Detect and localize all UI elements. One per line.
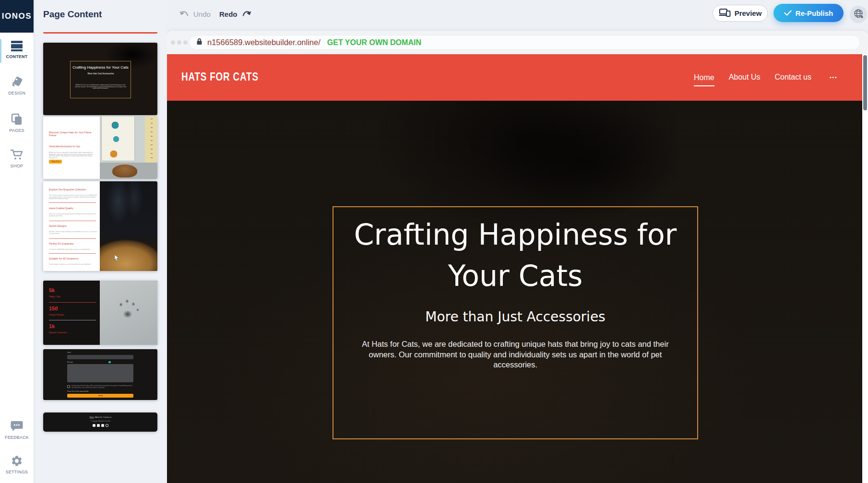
thumb-hero-subtitle: More than Just Accessories — [71, 72, 131, 75]
thumb-hero-title: Crafting Happiness for Your Cats — [71, 61, 131, 71]
thumb-shop-now-label: Shop Now — [49, 161, 62, 163]
check-icon — [784, 9, 792, 17]
site-logo[interactable]: HATS FOR CATS — [181, 71, 259, 83]
lock-icon — [196, 38, 202, 47]
thumb-streetfood-photo — [100, 117, 157, 179]
social-icon — [93, 424, 95, 427]
globe-icon — [853, 8, 864, 21]
sidebar-item-settings[interactable]: SETTINGS — [0, 455, 34, 474]
sidebar-item-shop[interactable]: SHOP — [0, 149, 34, 168]
cat-photo-graphic — [112, 165, 137, 177]
thumb-stat-label: Unique Designs — [49, 314, 96, 317]
ionos-website-builder: IONOS CONTENT DESIGN PAGES SHOP — [0, 0, 868, 483]
website-canvas: HATS FOR CATS Home About Us Contact us •… — [167, 54, 862, 483]
thumb-shop-now-button: Shop Now — [49, 160, 62, 164]
social-icon — [106, 424, 108, 427]
thumb-feature-heading: Explore Our Exquisite Collection — [49, 188, 99, 191]
site-nav: Home About Us Contact us ••• — [694, 54, 837, 101]
thumb-discover-heading-wrap: Discover Unique Hats for Your Feline Fri… — [49, 131, 96, 142]
devices-icon — [719, 9, 731, 18]
thumbnail-footer-section[interactable]: Home About Us Contact us © Copyright. Al… — [43, 412, 157, 432]
hero-subtitle: More than Just Accessories — [333, 309, 697, 325]
design-swatch-icon — [0, 76, 34, 88]
mouse-cursor — [114, 254, 119, 263]
thumb-cat-fur-photo — [100, 181, 157, 271]
chrome-dot — [177, 40, 181, 45]
thumbnail-features-section[interactable]: Explore Our Exquisite Collection Dive in… — [43, 181, 157, 271]
thumb-feature-body: Dive into our range of cat hats and acce… — [49, 194, 97, 200]
hero-body-text: At Hats for Cats, we are dedicated to cr… — [350, 339, 681, 370]
thumb-stat-value: 150 — [49, 306, 58, 311]
thumb-form-name-label: Name* — [67, 352, 133, 353]
thumb-feature-heading: Hand-Crafted Quality — [49, 207, 99, 210]
thumb-feature-heading: Stylish Designs — [49, 224, 99, 228]
thumb-stat-label: Repeat Customers — [49, 331, 96, 334]
thumb-stat-label: Happy Cats — [49, 295, 96, 298]
browser-chrome-bar: n1566589.websitebuilder.online/ GET YOUR… — [167, 31, 868, 54]
thumbnail-discover-section[interactable]: Discover Unique Hats for Your Feline Fri… — [43, 117, 157, 179]
nav-item-home[interactable]: Home — [694, 73, 714, 86]
thumb-required-note: Please fill in all the required fields — [67, 390, 133, 392]
site-header[interactable]: HATS FOR CATS Home About Us Contact us •… — [167, 54, 862, 101]
redo-label: Redo — [219, 10, 238, 18]
hero-text-block[interactable]: Crafting Happiness for Your Cats More th… — [333, 206, 698, 439]
nav-item-about[interactable]: About Us — [729, 73, 761, 82]
sidebar-item-content[interactable]: CONTENT — [0, 40, 34, 59]
thumbnail-stats-section[interactable]: 5k Happy Cats 150 Unique Designs 1k Repe… — [43, 281, 157, 345]
app-sidebar: IONOS CONTENT DESIGN PAGES SHOP — [0, 0, 34, 483]
thumb-divider — [49, 320, 96, 320]
sidebar-item-pages[interactable]: PAGES — [0, 113, 34, 133]
thumb-consent-checkbox — [67, 385, 70, 388]
thumb-feature-heading: Perfect Fit Guarantee — [49, 242, 99, 246]
social-icon — [101, 424, 104, 427]
undo-icon — [179, 10, 190, 18]
thumb-pawprint-photo — [100, 281, 157, 345]
thumb-discover-heading: Discover Unique Hats for Your Feline Fri… — [49, 131, 96, 138]
sidebar-item-feedback[interactable]: FEEDBACK — [0, 420, 34, 440]
thumb-discover-body: At Hats for Cats, we specialize in beaut… — [49, 152, 94, 159]
thumb-send-button: Send — [67, 394, 133, 398]
thumbnail-header-sliver[interactable] — [43, 32, 157, 34]
site-url[interactable]: n1566589.websitebuilder.online/ — [207, 38, 321, 47]
thumb-feature-body: Our hats fit comfortably and securely, s… — [49, 248, 97, 250]
get-your-own-domain-link[interactable]: GET YOUR OWN DOMAIN — [327, 38, 421, 47]
preview-scrollbar-thumb[interactable] — [863, 55, 867, 110]
undo-button[interactable]: Undo — [179, 10, 211, 18]
thumb-feature-body: From birthdays to parties, our hats are … — [49, 263, 97, 265]
site-preview-frame: n1566589.websitebuilder.online/ GET YOUR… — [167, 31, 868, 483]
thumb-hero-frame: Crafting Happiness for Your Cats More th… — [70, 61, 131, 98]
thumb-feature-heading: Suitable for All Occasions — [49, 257, 99, 260]
thumb-discover-subheading: Handcrafted Exclusively for Cats — [49, 145, 96, 148]
hero-section[interactable]: Crafting Happiness for Your Cats More th… — [167, 101, 862, 483]
content-sections-icon — [0, 40, 34, 52]
thumb-footer-social-icons — [43, 424, 157, 427]
chrome-dot — [183, 40, 188, 45]
thumb-footer-nav: Home About Us Contact us — [43, 416, 157, 418]
domain-globe-button[interactable] — [850, 6, 867, 23]
hero-title: Crafting Happiness for Your Cats — [333, 207, 697, 296]
redo-icon — [241, 10, 252, 18]
hero-title-line2: Your Cats — [333, 255, 697, 296]
nav-overflow-menu[interactable]: ••• — [830, 74, 837, 81]
shopping-cart-icon — [0, 149, 34, 161]
thumbnail-hero-section[interactable]: Crafting Happiness for Your Cats More th… — [43, 43, 157, 115]
preview-button[interactable]: Preview — [713, 5, 768, 22]
thumb-form-name-input — [67, 355, 133, 359]
sidebar-item-design[interactable]: DESIGN — [0, 76, 34, 95]
redo-button[interactable]: Redo — [219, 10, 252, 18]
preview-label: Preview — [735, 9, 762, 17]
thumb-footer-copyright: © Copyright. All rights reserved. — [43, 420, 157, 422]
page-content-panel: Page Content Crafting Happiness for Your… — [34, 0, 167, 483]
address-bar[interactable]: n1566589.websitebuilder.online/ GET YOUR… — [189, 35, 860, 50]
menu-board-graphic — [102, 117, 134, 161]
republish-button[interactable]: Re-Publish — [773, 4, 844, 22]
thumb-consent-text: I hereby agree that this data will be st… — [71, 385, 133, 389]
thumb-feature-body: We offer a diverse range of designs, fro… — [49, 231, 97, 235]
chrome-dot — [171, 40, 175, 45]
thumbnail-contact-form-section[interactable]: Name* Message I hereby agree that this d… — [43, 349, 157, 400]
sidebar-item-label: CONTENT — [0, 54, 34, 59]
nav-item-contact[interactable]: Contact us — [774, 73, 811, 82]
thumb-hero-body: At Hats for Cats, we are dedicated to cr… — [74, 84, 127, 90]
sidebar-item-label: DESIGN — [0, 91, 34, 95]
undo-label: Undo — [193, 10, 211, 18]
